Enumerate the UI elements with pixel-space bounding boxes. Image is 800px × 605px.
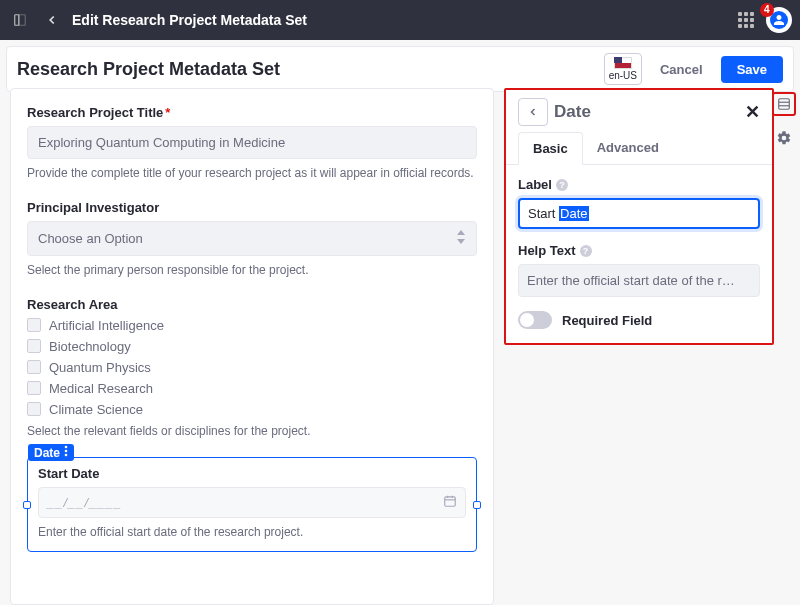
svg-rect-11 bbox=[779, 99, 790, 110]
checkbox-icon[interactable] bbox=[27, 360, 41, 374]
tab-basic[interactable]: Basic bbox=[518, 132, 583, 165]
rail-fields-button[interactable] bbox=[772, 92, 796, 116]
notification-badge: 4 bbox=[760, 3, 774, 17]
svg-rect-1 bbox=[19, 15, 25, 26]
panel-tabs: Basic Advanced bbox=[506, 132, 772, 165]
resize-handle-right[interactable] bbox=[473, 501, 481, 509]
checkbox-icon[interactable] bbox=[27, 402, 41, 416]
pi-placeholder: Choose an Option bbox=[38, 231, 143, 246]
save-button[interactable]: Save bbox=[721, 56, 783, 83]
checkbox-icon[interactable] bbox=[27, 339, 41, 353]
panel-header: Date ✕ bbox=[518, 98, 760, 126]
field-block-area[interactable]: Research Area Artificial Intelligence Bi… bbox=[27, 297, 477, 440]
resize-handle-left[interactable] bbox=[23, 501, 31, 509]
area-option-label: Climate Science bbox=[49, 402, 143, 417]
area-option-label: Artificial Intelligence bbox=[49, 318, 164, 333]
tab-advanced[interactable]: Advanced bbox=[583, 132, 673, 164]
checkbox-icon[interactable] bbox=[27, 318, 41, 332]
required-toggle[interactable] bbox=[518, 311, 552, 329]
user-avatar[interactable]: 4 bbox=[766, 7, 792, 33]
page-heading: Edit Research Project Metadata Set bbox=[72, 12, 307, 28]
checkbox-icon[interactable] bbox=[27, 381, 41, 395]
calendar-icon[interactable] bbox=[443, 494, 457, 511]
help-icon[interactable]: ? bbox=[580, 245, 592, 257]
date-help: Enter the official start date of the res… bbox=[38, 524, 466, 541]
required-toggle-row: Required Field bbox=[518, 311, 760, 329]
svg-point-5 bbox=[65, 450, 68, 453]
pi-select[interactable]: Choose an Option bbox=[27, 221, 477, 256]
area-option[interactable]: Medical Research bbox=[27, 381, 477, 396]
flag-us-icon bbox=[614, 57, 632, 69]
label-caption-text: Label bbox=[518, 177, 552, 192]
topbar: Edit Research Project Metadata Set 4 bbox=[0, 0, 800, 40]
area-option[interactable]: Artificial Intelligence bbox=[27, 318, 477, 333]
rail-settings-button[interactable] bbox=[772, 126, 796, 150]
field-label-pi: Principal Investigator bbox=[27, 200, 477, 215]
field-label-title: Research Project Title* bbox=[27, 105, 477, 120]
svg-marker-2 bbox=[457, 230, 465, 235]
apps-grid-icon[interactable] bbox=[734, 8, 758, 32]
cancel-button[interactable]: Cancel bbox=[650, 56, 713, 83]
selected-field-date[interactable]: Date Start Date __/__/____ Enter t bbox=[27, 457, 477, 552]
label-input-selection: Date bbox=[559, 206, 588, 221]
canvas-column: Research Project Title* Exploring Quantu… bbox=[0, 88, 504, 605]
area-option[interactable]: Climate Science bbox=[27, 402, 477, 417]
right-rail bbox=[772, 92, 796, 150]
selected-field-inner: Start Date __/__/____ Enter the official… bbox=[28, 458, 476, 551]
required-star-icon: * bbox=[165, 105, 170, 120]
pi-help: Select the primary person responsible fo… bbox=[27, 262, 477, 279]
back-icon[interactable] bbox=[40, 8, 64, 32]
title-input[interactable]: Exploring Quantum Computing in Medicine bbox=[27, 126, 477, 159]
svg-point-6 bbox=[65, 454, 68, 457]
area-option[interactable]: Quantum Physics bbox=[27, 360, 477, 375]
locale-selector[interactable]: en-US bbox=[604, 53, 642, 85]
area-option-label: Biotechnology bbox=[49, 339, 131, 354]
label-caption: Label ? bbox=[518, 177, 760, 192]
field-label-area: Research Area bbox=[27, 297, 477, 312]
field-block-pi[interactable]: Principal Investigator Choose an Option … bbox=[27, 200, 477, 279]
required-toggle-label: Required Field bbox=[562, 313, 652, 328]
select-chevron-icon bbox=[456, 230, 466, 247]
help-text-input[interactable]: Enter the official start date of the r… bbox=[518, 264, 760, 297]
help-icon[interactable]: ? bbox=[556, 179, 568, 191]
label-input-prefix: Start bbox=[528, 206, 559, 221]
panel-back-button[interactable] bbox=[518, 98, 548, 126]
date-input[interactable]: __/__/____ bbox=[38, 487, 466, 518]
panel-field-label: Label ? Start Date bbox=[518, 177, 760, 229]
title-row: Research Project Metadata Set en-US Canc… bbox=[6, 46, 794, 92]
svg-marker-3 bbox=[457, 239, 465, 244]
help-caption: Help Text ? bbox=[518, 243, 760, 258]
locale-code: en-US bbox=[609, 71, 637, 81]
svg-rect-7 bbox=[445, 497, 456, 506]
field-block-title[interactable]: Research Project Title* Exploring Quantu… bbox=[27, 105, 477, 182]
title-actions: en-US Cancel Save bbox=[604, 53, 783, 85]
metadata-set-title: Research Project Metadata Set bbox=[17, 59, 280, 80]
topbar-left: Edit Research Project Metadata Set bbox=[8, 8, 307, 32]
panel-field-help: Help Text ? Enter the official start dat… bbox=[518, 243, 760, 297]
close-icon[interactable]: ✕ bbox=[745, 101, 760, 123]
svg-rect-0 bbox=[15, 15, 19, 26]
area-option-label: Medical Research bbox=[49, 381, 153, 396]
kebab-icon[interactable] bbox=[64, 445, 68, 460]
area-help: Select the relevant fields or discipline… bbox=[27, 423, 477, 440]
field-label-text: Research Project Title bbox=[27, 105, 163, 120]
title-help: Provide the complete title of your resea… bbox=[27, 165, 477, 182]
form-canvas[interactable]: Research Project Title* Exploring Quantu… bbox=[10, 88, 494, 605]
product-menu-icon[interactable] bbox=[8, 8, 32, 32]
config-panel: Date ✕ Basic Advanced Label ? Start Date… bbox=[504, 88, 774, 345]
area-option[interactable]: Biotechnology bbox=[27, 339, 477, 354]
date-placeholder: __/__/____ bbox=[47, 495, 122, 510]
svg-point-4 bbox=[65, 446, 68, 449]
field-type-tag[interactable]: Date bbox=[28, 444, 74, 461]
workspace: Research Project Title* Exploring Quantu… bbox=[0, 88, 800, 605]
date-field-label: Start Date bbox=[38, 466, 466, 481]
panel-title: Date bbox=[554, 102, 591, 122]
topbar-right: 4 bbox=[734, 7, 792, 33]
help-caption-text: Help Text bbox=[518, 243, 576, 258]
area-option-label: Quantum Physics bbox=[49, 360, 151, 375]
field-type-label: Date bbox=[34, 446, 60, 460]
label-input[interactable]: Start Date bbox=[518, 198, 760, 229]
